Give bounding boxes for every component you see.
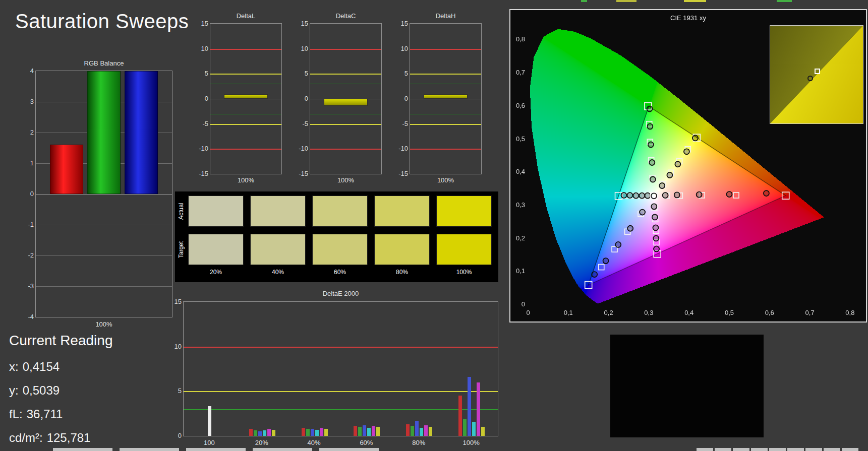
swatch-actual [436,196,492,227]
deltae-xtick-label: 100% [456,439,486,446]
delta-h-title: DeltaH [410,12,482,20]
deltae-bar-magenta [320,428,323,436]
deltae-bar-green [463,419,467,436]
taskbar-tab[interactable] [53,448,112,451]
deltae-bar-red [302,428,305,436]
delta-ytick-label: -10 [394,145,408,152]
reading-cdm2-label: cd/m²: [9,431,43,444]
threshold-line [410,114,481,114]
cie-target-red [782,192,789,199]
cie-measured-red [727,191,732,197]
delta-ytick-label: 15 [294,20,308,27]
reading-x-label: x: [9,360,19,373]
rgb-ytick-label: 4 [20,67,34,75]
taskbar-tab[interactable] [253,448,312,451]
taskbar-tab[interactable] [751,448,768,451]
cie-xtick-label: 0,5 [719,309,739,316]
cie-measured-green [650,176,656,182]
deltae-bar-red [458,396,462,436]
cie-xtick-label: 0,7 [800,309,820,316]
taskbar-tab[interactable] [842,448,858,451]
taskbar-tab[interactable] [120,448,179,451]
deltae-bar-yellow [324,429,328,436]
deltae-bar-magenta [424,425,428,436]
cie-xtick-label: 0,6 [760,309,780,316]
deltae-bar-green [358,427,362,436]
rgb-ytick-label: -2 [20,251,34,259]
deltae-xtick-label: 60% [351,439,381,446]
taskbar-tab[interactable] [769,448,786,451]
deltae-plot: 151050 [183,301,498,436]
delta-gridline [210,99,281,99]
rgb-gridline [36,194,172,195]
rgb-ytick-label: 2 [20,128,34,136]
deltae-bar-magenta [477,382,480,436]
delta-ytick-label: 5 [294,70,308,77]
taskbar-tab[interactable] [733,448,749,451]
inset-measured-marker [807,76,813,81]
cie-measured-cyan [639,193,645,199]
cie-measured-green [647,123,653,129]
taskbar-tab[interactable] [715,448,731,451]
taskbar-tab[interactable] [787,448,804,451]
blank-video-panel [610,335,764,437]
delta-ytick-label: -15 [394,170,408,177]
swatch-target-row [188,234,492,265]
taskbar-tab[interactable] [824,448,840,451]
delta-ytick-label: 0 [294,95,308,102]
threshold-line [210,114,281,114]
deltae-bar-green [254,430,257,436]
deltae-bar-yellow [272,430,275,436]
deltae-bar-red [354,426,357,436]
cie-ytick-label: 0,5 [512,135,525,143]
threshold-line [210,49,281,50]
cie-measured-yellow [667,172,672,178]
cie-measured-magenta [652,214,658,220]
cie-target-red [733,192,739,198]
cie-measured-yellow [675,161,680,167]
deltae-title: DeltaE 2000 [183,290,498,297]
swatch-percent-label: 60% [312,269,368,276]
deltae-ytick-label: 10 [167,343,182,350]
deltae-bar-blue [415,421,419,436]
reading-fl-label: fL: [9,407,23,421]
delta-ytick-label: -10 [194,145,208,152]
delta-ytick-label: -10 [294,145,308,152]
swatch-percent-label: 100% [436,269,492,276]
cie-ytick-label: 0,6 [512,102,525,109]
window-chrome-fragment [777,0,792,2]
delta-ytick-label: 0 [194,95,208,102]
rgb-balance-title: RGB Balance [35,59,172,67]
deltae-bar-magenta [267,429,271,436]
cie-measured-blue [592,272,597,277]
deltae-bar-cyan [420,428,423,436]
delta-ytick-label: -5 [394,120,408,127]
deltae-ytick-label: 0 [167,432,182,439]
taskbar-tab[interactable] [805,448,822,451]
cie-1931-panel: CIE 1931 xy 00,10,20,30,40,50,60,70,8 00… [509,9,867,323]
deltae-xtick-label: 20% [247,439,277,446]
taskbar-tab[interactable] [319,448,379,451]
cie-xtick-label: 0,1 [558,309,578,316]
delta-c-plot: 151050-5-10-15 [310,23,382,174]
taskbar-tab[interactable] [697,448,713,451]
window-chrome-fragment [581,0,587,2]
delta-ytick-label: 10 [294,45,308,52]
deltae-bar-blue [311,429,314,436]
deltae-bar-magenta [372,426,375,436]
cie-measured-blue [640,210,645,215]
threshold-line [210,84,281,84]
cie-measured-cyan [627,192,632,198]
deltae-xtick-label: 80% [403,439,434,446]
rgb-bar-blue [125,71,158,194]
threshold-line [210,149,281,150]
reading-fl-value: 36,711 [27,407,63,421]
taskbar-tab[interactable] [186,448,246,451]
deltae-bar-red [406,424,410,436]
cie-ytick-label: 0,3 [512,201,525,209]
delta-bar [324,99,368,106]
cie-measured-magenta [653,235,659,241]
swatch-target [436,234,492,265]
cie-ytick-label: 0,8 [512,35,525,43]
delta-h-plot: 151050-5-10-15 [410,23,482,174]
